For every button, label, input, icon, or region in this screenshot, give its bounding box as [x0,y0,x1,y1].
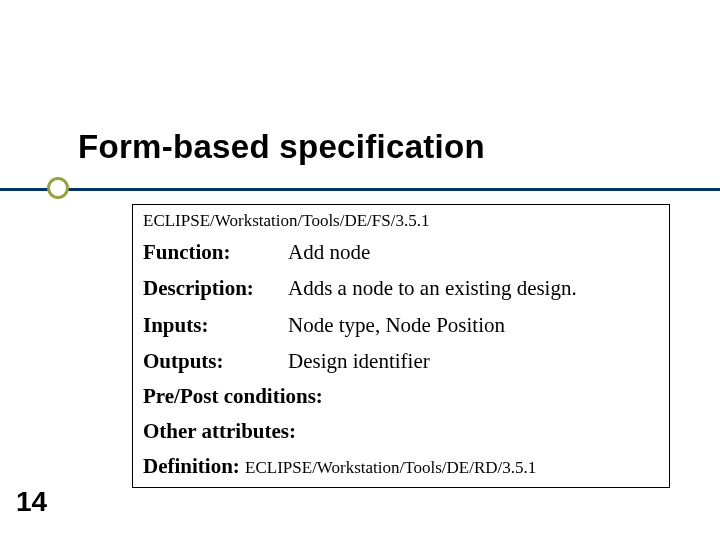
value-outputs: Design identifier [288,348,659,374]
label-function: Function: [143,239,288,265]
form-row-definition: Definition: ECLIPSE/Workstation/Tools/DE… [143,454,659,479]
slide: Form-based specification ECLIPSE/Worksta… [0,0,720,540]
form-row-inputs: Inputs: Node type, Node Position [143,312,659,338]
form-header: ECLIPSE/Workstation/Tools/DE/FS/3.5.1 [143,211,659,231]
label-outputs: Outputs: [143,348,288,374]
value-function: Add node [288,239,659,265]
form-row-function: Function: Add node [143,239,659,265]
value-inputs: Node type, Node Position [288,312,659,338]
form-row-outputs: Outputs: Design identifier [143,348,659,374]
form-row-prepost: Pre/Post conditions: [143,384,659,409]
bullet-icon [47,177,69,199]
value-description: Adds a node to an existing design. [288,275,659,301]
label-description: Description: [143,275,288,301]
label-definition: Definition: [143,454,245,478]
slide-title: Form-based specification [78,128,485,166]
form-specification-box: ECLIPSE/Workstation/Tools/DE/FS/3.5.1 Fu… [132,204,670,488]
form-row-other-attrs: Other attributes: [143,419,659,444]
page-number: 14 [16,486,47,518]
title-underline [0,188,720,191]
value-definition: ECLIPSE/Workstation/Tools/DE/RD/3.5.1 [245,458,536,477]
form-row-description: Description: Adds a node to an existing … [143,275,659,301]
label-inputs: Inputs: [143,312,288,338]
